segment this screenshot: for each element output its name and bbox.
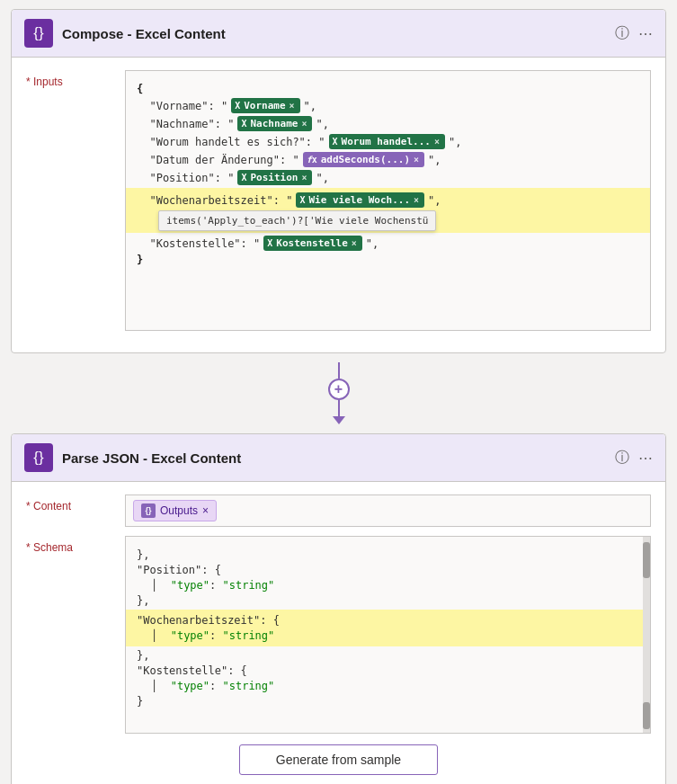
- outputs-chip-close[interactable]: ×: [202, 504, 209, 517]
- kostenstelle-token[interactable]: X Kostenstelle ×: [263, 236, 362, 251]
- tooltip-box: items('Apply_to_each')?['Wie viele Woche…: [158, 210, 436, 231]
- outputs-chip[interactable]: {} Outputs ×: [133, 500, 217, 521]
- worum-line: "Worum handelt es sich?": " X Worum hand…: [137, 134, 639, 149]
- compose-card-icon: {}: [24, 19, 53, 48]
- inputs-area[interactable]: { "Vorname": " X Vorname × ", "Nachname"…: [125, 70, 651, 331]
- content-field-row: Content {} Outputs ×: [26, 494, 651, 527]
- connector-arrow: [333, 416, 345, 424]
- parse-json-card-title: Parse JSON - Excel Content: [62, 450, 606, 466]
- vorname-line: "Vorname": " X Vorname × ",: [137, 98, 639, 113]
- parse-json-card-icon: {}: [24, 443, 53, 472]
- schema-line-9: }: [137, 695, 639, 708]
- parse-json-card-header: {} Parse JSON - Excel Content ⓘ ⋯: [12, 434, 665, 482]
- parse-json-card-body: Content {} Outputs × Schema },: [12, 482, 665, 784]
- parse-json-card-actions: ⓘ ⋯: [615, 449, 653, 468]
- position-line: "Position": " X Position × ",: [137, 170, 639, 185]
- vorname-token[interactable]: X Vorname ×: [231, 98, 299, 113]
- wochenarbeitszeit-line: "Wochenarbeitszeit": " X Wie viele Woch.…: [137, 192, 639, 208]
- parse-json-card: {} Parse JSON - Excel Content ⓘ ⋯ Conten…: [11, 433, 666, 784]
- compose-card-body: Inputs { "Vorname": " X Vorname × ",: [12, 58, 665, 352]
- schema-line-2: │ "type": "string": [137, 579, 639, 592]
- connector-plus-button[interactable]: +: [328, 379, 350, 400]
- inputs-label: Inputs: [26, 70, 125, 88]
- compose-card-title: Compose - Excel Content: [62, 26, 606, 41]
- parse-json-more-icon[interactable]: ⋯: [638, 450, 653, 467]
- datum-token[interactable]: fx addSeconds(...) ×: [303, 152, 424, 167]
- connector: +: [0, 362, 677, 424]
- schema-wochenarbeitszeit-highlight: "Wochenarbeitszeit": { │ "type": "string…: [126, 610, 650, 646]
- datum-line: "Datum der Änderung": " fx addSeconds(..…: [137, 152, 639, 167]
- schema-label: Schema: [26, 536, 125, 554]
- schema-line-0: },: [137, 548, 639, 561]
- wochenarbeitszeit-token[interactable]: X Wie viele Woch... ×: [296, 192, 424, 208]
- connector-line-bottom: [338, 400, 340, 416]
- nachname-token[interactable]: X Nachname ×: [237, 116, 312, 131]
- compose-card-header: {} Compose - Excel Content ⓘ ⋯: [12, 10, 665, 58]
- schema-scrollbar-thumb[interactable]: [643, 542, 650, 578]
- nachname-line: "Nachname": " X Nachname × ",: [137, 116, 639, 131]
- schema-field-row: Schema }, "Position": { │ "type": "strin…: [26, 536, 651, 734]
- kostenstelle-line: "Kostenstelle": " X Kostenstelle × ",: [137, 236, 639, 251]
- close-brace-line: }: [137, 254, 639, 266]
- wochenarbeitszeit-highlighted-row: "Wochenarbeitszeit": " X Wie viele Woch.…: [126, 188, 650, 233]
- compose-help-icon[interactable]: ⓘ: [615, 24, 629, 43]
- compose-more-icon[interactable]: ⋯: [638, 25, 653, 42]
- connector-line-top: [338, 362, 340, 379]
- schema-line-3: },: [137, 594, 639, 607]
- compose-card-actions: ⓘ ⋯: [615, 24, 653, 43]
- schema-line-7: "Kostenstelle": {: [137, 664, 639, 677]
- content-label: Content: [26, 494, 125, 512]
- position-token[interactable]: X Position ×: [237, 170, 312, 185]
- schema-line-4: "Wochenarbeitszeit": {: [137, 614, 639, 627]
- inputs-field-row: Inputs { "Vorname": " X Vorname × ",: [26, 70, 651, 331]
- content-field[interactable]: {} Outputs ×: [125, 494, 651, 527]
- schema-line-1: "Position": {: [137, 564, 639, 576]
- content-chip-row: {} Outputs ×: [133, 500, 643, 521]
- open-brace-line: {: [137, 83, 639, 95]
- schema-scrollbar-thumb-bottom[interactable]: [643, 702, 650, 729]
- schema-line-8: │ "type": "string": [137, 680, 639, 692]
- compose-card: {} Compose - Excel Content ⓘ ⋯ Inputs { …: [11, 9, 666, 353]
- parse-json-help-icon[interactable]: ⓘ: [615, 449, 629, 468]
- generate-from-sample-button[interactable]: Generate from sample: [239, 744, 438, 775]
- schema-area[interactable]: }, "Position": { │ "type": "string" }, "…: [125, 536, 651, 734]
- schema-scrollbar[interactable]: [643, 537, 650, 733]
- schema-line-6: },: [137, 649, 639, 662]
- schema-line-5: │ "type": "string": [137, 629, 639, 642]
- worum-token[interactable]: X Worum handel... ×: [329, 134, 445, 149]
